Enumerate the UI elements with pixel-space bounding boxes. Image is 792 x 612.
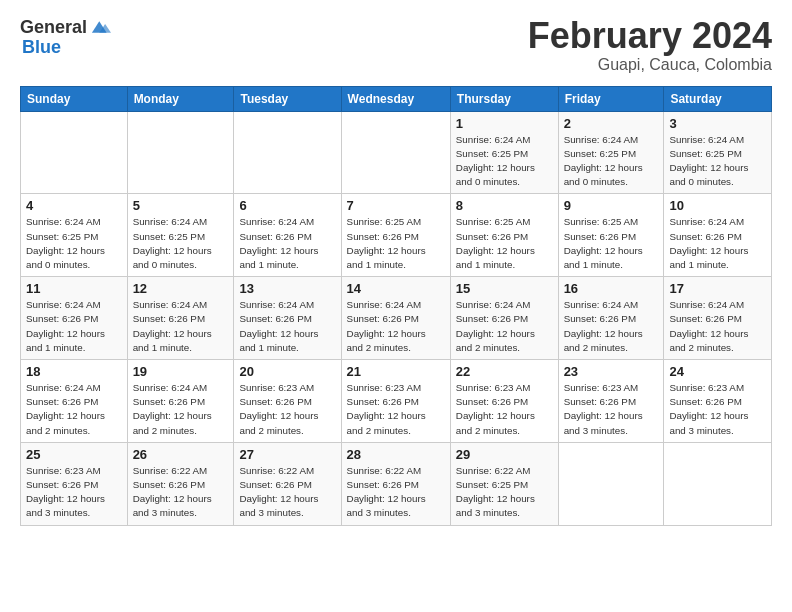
day-info: Sunrise: 6:24 AMSunset: 6:26 PMDaylight:… xyxy=(564,298,659,355)
day-info: Sunrise: 6:25 AMSunset: 6:26 PMDaylight:… xyxy=(347,215,445,272)
day-number: 21 xyxy=(347,364,445,379)
calendar-cell: 1Sunrise: 6:24 AMSunset: 6:25 PMDaylight… xyxy=(450,111,558,194)
calendar-cell: 5Sunrise: 6:24 AMSunset: 6:25 PMDaylight… xyxy=(127,194,234,277)
calendar-cell xyxy=(664,442,772,525)
day-number: 5 xyxy=(133,198,229,213)
day-info: Sunrise: 6:22 AMSunset: 6:26 PMDaylight:… xyxy=(133,464,229,521)
day-number: 22 xyxy=(456,364,553,379)
day-info: Sunrise: 6:24 AMSunset: 6:25 PMDaylight:… xyxy=(133,215,229,272)
day-number: 15 xyxy=(456,281,553,296)
logo-icon xyxy=(89,16,111,38)
logo: General Blue xyxy=(20,16,111,56)
calendar-cell: 18Sunrise: 6:24 AMSunset: 6:26 PMDayligh… xyxy=(21,360,128,443)
day-info: Sunrise: 6:24 AMSunset: 6:26 PMDaylight:… xyxy=(669,215,766,272)
day-info: Sunrise: 6:24 AMSunset: 6:25 PMDaylight:… xyxy=(564,133,659,190)
day-number: 9 xyxy=(564,198,659,213)
day-number: 18 xyxy=(26,364,122,379)
day-number: 4 xyxy=(26,198,122,213)
day-number: 14 xyxy=(347,281,445,296)
calendar-cell: 23Sunrise: 6:23 AMSunset: 6:26 PMDayligh… xyxy=(558,360,664,443)
day-info: Sunrise: 6:24 AMSunset: 6:26 PMDaylight:… xyxy=(26,298,122,355)
day-number: 3 xyxy=(669,116,766,131)
col-header-wednesday: Wednesday xyxy=(341,86,450,111)
day-info: Sunrise: 6:22 AMSunset: 6:26 PMDaylight:… xyxy=(239,464,335,521)
col-header-friday: Friday xyxy=(558,86,664,111)
day-number: 25 xyxy=(26,447,122,462)
col-header-monday: Monday xyxy=(127,86,234,111)
day-info: Sunrise: 6:24 AMSunset: 6:26 PMDaylight:… xyxy=(239,298,335,355)
calendar-cell: 13Sunrise: 6:24 AMSunset: 6:26 PMDayligh… xyxy=(234,277,341,360)
day-info: Sunrise: 6:24 AMSunset: 6:25 PMDaylight:… xyxy=(26,215,122,272)
subtitle: Guapi, Cauca, Colombia xyxy=(528,56,772,74)
day-info: Sunrise: 6:24 AMSunset: 6:26 PMDaylight:… xyxy=(26,381,122,438)
day-number: 28 xyxy=(347,447,445,462)
calendar-cell: 22Sunrise: 6:23 AMSunset: 6:26 PMDayligh… xyxy=(450,360,558,443)
day-info: Sunrise: 6:22 AMSunset: 6:26 PMDaylight:… xyxy=(347,464,445,521)
calendar-cell: 6Sunrise: 6:24 AMSunset: 6:26 PMDaylight… xyxy=(234,194,341,277)
calendar-cell: 17Sunrise: 6:24 AMSunset: 6:26 PMDayligh… xyxy=(664,277,772,360)
day-info: Sunrise: 6:23 AMSunset: 6:26 PMDaylight:… xyxy=(347,381,445,438)
day-number: 26 xyxy=(133,447,229,462)
day-info: Sunrise: 6:24 AMSunset: 6:26 PMDaylight:… xyxy=(669,298,766,355)
day-number: 8 xyxy=(456,198,553,213)
title-area: February 2024 Guapi, Cauca, Colombia xyxy=(528,16,772,74)
calendar-cell: 29Sunrise: 6:22 AMSunset: 6:25 PMDayligh… xyxy=(450,442,558,525)
calendar-cell: 21Sunrise: 6:23 AMSunset: 6:26 PMDayligh… xyxy=(341,360,450,443)
day-number: 23 xyxy=(564,364,659,379)
col-header-saturday: Saturday xyxy=(664,86,772,111)
day-info: Sunrise: 6:24 AMSunset: 6:26 PMDaylight:… xyxy=(239,215,335,272)
logo-text-general: General xyxy=(20,18,87,36)
col-header-tuesday: Tuesday xyxy=(234,86,341,111)
calendar-cell: 2Sunrise: 6:24 AMSunset: 6:25 PMDaylight… xyxy=(558,111,664,194)
day-number: 19 xyxy=(133,364,229,379)
day-number: 20 xyxy=(239,364,335,379)
day-number: 16 xyxy=(564,281,659,296)
calendar-table: SundayMondayTuesdayWednesdayThursdayFrid… xyxy=(20,86,772,526)
calendar-cell: 27Sunrise: 6:22 AMSunset: 6:26 PMDayligh… xyxy=(234,442,341,525)
calendar-cell: 24Sunrise: 6:23 AMSunset: 6:26 PMDayligh… xyxy=(664,360,772,443)
calendar-cell: 11Sunrise: 6:24 AMSunset: 6:26 PMDayligh… xyxy=(21,277,128,360)
day-number: 6 xyxy=(239,198,335,213)
calendar-cell: 19Sunrise: 6:24 AMSunset: 6:26 PMDayligh… xyxy=(127,360,234,443)
calendar-cell: 14Sunrise: 6:24 AMSunset: 6:26 PMDayligh… xyxy=(341,277,450,360)
day-info: Sunrise: 6:24 AMSunset: 6:26 PMDaylight:… xyxy=(133,298,229,355)
day-number: 7 xyxy=(347,198,445,213)
day-number: 24 xyxy=(669,364,766,379)
day-number: 1 xyxy=(456,116,553,131)
day-number: 10 xyxy=(669,198,766,213)
calendar-cell: 20Sunrise: 6:23 AMSunset: 6:26 PMDayligh… xyxy=(234,360,341,443)
calendar-cell: 9Sunrise: 6:25 AMSunset: 6:26 PMDaylight… xyxy=(558,194,664,277)
day-info: Sunrise: 6:24 AMSunset: 6:25 PMDaylight:… xyxy=(669,133,766,190)
day-number: 13 xyxy=(239,281,335,296)
day-info: Sunrise: 6:24 AMSunset: 6:26 PMDaylight:… xyxy=(133,381,229,438)
logo-text-blue: Blue xyxy=(22,38,61,56)
calendar-cell: 8Sunrise: 6:25 AMSunset: 6:26 PMDaylight… xyxy=(450,194,558,277)
calendar-cell: 25Sunrise: 6:23 AMSunset: 6:26 PMDayligh… xyxy=(21,442,128,525)
day-info: Sunrise: 6:24 AMSunset: 6:26 PMDaylight:… xyxy=(347,298,445,355)
day-info: Sunrise: 6:24 AMSunset: 6:25 PMDaylight:… xyxy=(456,133,553,190)
day-info: Sunrise: 6:23 AMSunset: 6:26 PMDaylight:… xyxy=(239,381,335,438)
calendar-cell: 12Sunrise: 6:24 AMSunset: 6:26 PMDayligh… xyxy=(127,277,234,360)
col-header-thursday: Thursday xyxy=(450,86,558,111)
day-info: Sunrise: 6:23 AMSunset: 6:26 PMDaylight:… xyxy=(26,464,122,521)
day-info: Sunrise: 6:24 AMSunset: 6:26 PMDaylight:… xyxy=(456,298,553,355)
day-info: Sunrise: 6:23 AMSunset: 6:26 PMDaylight:… xyxy=(669,381,766,438)
calendar-cell: 3Sunrise: 6:24 AMSunset: 6:25 PMDaylight… xyxy=(664,111,772,194)
day-info: Sunrise: 6:25 AMSunset: 6:26 PMDaylight:… xyxy=(564,215,659,272)
col-header-sunday: Sunday xyxy=(21,86,128,111)
day-info: Sunrise: 6:22 AMSunset: 6:25 PMDaylight:… xyxy=(456,464,553,521)
day-number: 2 xyxy=(564,116,659,131)
calendar-cell xyxy=(21,111,128,194)
calendar-cell: 7Sunrise: 6:25 AMSunset: 6:26 PMDaylight… xyxy=(341,194,450,277)
calendar-cell xyxy=(127,111,234,194)
day-info: Sunrise: 6:23 AMSunset: 6:26 PMDaylight:… xyxy=(564,381,659,438)
day-number: 12 xyxy=(133,281,229,296)
day-number: 11 xyxy=(26,281,122,296)
calendar-cell xyxy=(341,111,450,194)
calendar-cell: 16Sunrise: 6:24 AMSunset: 6:26 PMDayligh… xyxy=(558,277,664,360)
day-info: Sunrise: 6:25 AMSunset: 6:26 PMDaylight:… xyxy=(456,215,553,272)
header: General Blue February 2024 Guapi, Cauca,… xyxy=(20,16,772,74)
main-title: February 2024 xyxy=(528,16,772,56)
calendar-cell: 10Sunrise: 6:24 AMSunset: 6:26 PMDayligh… xyxy=(664,194,772,277)
calendar-cell: 4Sunrise: 6:24 AMSunset: 6:25 PMDaylight… xyxy=(21,194,128,277)
